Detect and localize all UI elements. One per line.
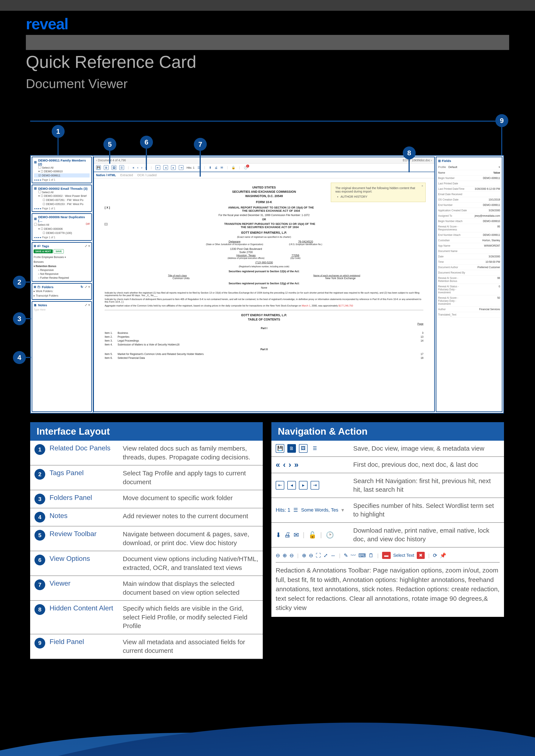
field-row: AuthorFinancial Services — [438, 307, 500, 312]
lock-icon[interactable]: 🔓 — [232, 166, 235, 169]
first-doc-button[interactable]: « — [133, 166, 134, 169]
tab-extracted[interactable]: Extracted — [120, 173, 136, 177]
image-view-icon[interactable]: 🖼 — [112, 165, 116, 170]
email-icon: ✉ — [294, 531, 299, 539]
threads-panel: ⊞DEMO-000002 Email Threads (3) Select Al… — [32, 184, 92, 212]
field-row: End NumberDEMO-009911 — [438, 203, 500, 208]
footer-waves — [0, 644, 535, 756]
brand-logo: reveal — [26, 15, 509, 33]
marker-6: 6 — [140, 136, 153, 149]
legend-desc: Main window that displays the selected d… — [123, 579, 259, 597]
select-all-checkbox[interactable]: Select All — [34, 222, 49, 227]
legend-num: 4 — [35, 512, 45, 522]
tree-item[interactable]: ☐ DEMO-007261 : FW: West Po — [34, 198, 90, 202]
center-pane: ‹ Document 4 of 4,796 EOTT 10k99dist.doc… — [93, 156, 435, 412]
col-header: Navigation & Action — [271, 422, 504, 441]
dupes-panel: ⊞DEMO-000006 Near Duplicates (… Select A… — [32, 213, 92, 241]
tree-item[interactable]: ▾ ☐ DEMO-000002 : West Power Brief — [34, 194, 90, 198]
field-row: Reveal AI Score - Fiduciary Duty - Inves… — [438, 295, 500, 307]
field-row: Reveal AI Score - Retention Bonus98 — [438, 275, 500, 284]
select-all-checkbox[interactable]: Select All — [34, 190, 53, 194]
hits-label: Hits: 1 — [276, 507, 290, 513]
last-icon: » — [294, 460, 298, 469]
notes-input[interactable]: Type Here — [34, 307, 90, 311]
field-row: Begin NumberDEMO-009911 — [438, 176, 500, 181]
next-hit-icon[interactable]: ▸ — [171, 165, 176, 170]
document-viewer[interactable]: × The original document had the followin… — [94, 178, 434, 411]
legend-title: Related Doc Panels — [49, 444, 119, 452]
print-icon[interactable]: 🖨 — [214, 166, 217, 169]
field-row: App NameWINWORD97 — [438, 243, 500, 249]
tag-option[interactable]: ○ Further Review Required — [34, 276, 90, 280]
metadata-view-icon[interactable]: ☰ — [119, 165, 124, 170]
field-row: Application Created Date3/28/2000 — [438, 208, 500, 213]
download-icon[interactable]: ⬇ — [209, 166, 211, 169]
save-icon[interactable]: 💾 — [96, 165, 101, 170]
pager[interactable]: ◂ ◂ ▸ ▸ Page 1 of 1 — [34, 235, 90, 239]
legend-row: 8Hidden Content AlertSpecify which field… — [30, 601, 263, 634]
best-fit-icon: ⤢ — [324, 552, 328, 559]
legend-title: Folders Panel — [49, 494, 119, 502]
legend-num: 3 — [35, 494, 45, 504]
tree-item[interactable]: ☐ DEMO-035153 : FW: West Po — [34, 202, 90, 206]
prev-doc-button[interactable]: ‹ — [137, 166, 138, 169]
nav-row: 💾 🗎 🖼 ☰ Save, Doc view, image view, & me… — [271, 441, 504, 457]
field-row: Reveal AI Score - Responsiveness95 — [438, 224, 500, 233]
folder-item[interactable]: ▸ Transcript Folders — [34, 294, 90, 298]
tag-option[interactable]: ○ Not Responsive — [34, 272, 90, 276]
page-fwd-icon: ⊕ — [283, 552, 287, 559]
tab-ocr[interactable]: OCR / Loaded — [137, 173, 160, 177]
zoom-out-icon: ⊖ — [309, 552, 313, 559]
lock-icon: 🔓 — [308, 531, 316, 539]
history-icon[interactable]: 🕑1 — [244, 166, 247, 169]
folder-item[interactable]: ▸ Work Folders: — [34, 289, 90, 294]
close-icon[interactable]: × — [421, 184, 423, 188]
legend-row: 3Folders PanelMove document to specific … — [30, 490, 263, 508]
field-profile-select[interactable]: Default — [448, 165, 457, 169]
pager[interactable]: ◂ ◂ ▸ ▸ Page 1 of 1 — [34, 178, 90, 182]
page-title: Quick Reference Card — [26, 52, 509, 72]
redact-icon: ▬ — [382, 552, 391, 559]
legend-row: 4NotesAdd reviewer notes to the current … — [30, 508, 263, 526]
first-hit-icon: ⇤ — [276, 481, 284, 490]
view-tabs: Native / HTML Extracted OCR / Loaded — [94, 172, 434, 178]
tree-item[interactable]: ▾ ☐ DEMO-000006 — [34, 227, 90, 231]
field-row: End Number AttachDEMO-009911 — [438, 233, 500, 238]
pager[interactable]: ◂ ◂ ▸ ▸ Page 1 of 1 — [34, 206, 90, 210]
marker-1: 1 — [52, 125, 65, 138]
hits-label: Hits: 1 — [186, 166, 194, 169]
save-button[interactable]: SAVE — [54, 249, 64, 254]
text-anno-icon: ⌨ — [358, 552, 366, 559]
first-hit-icon[interactable]: ⇤ — [155, 165, 160, 170]
field-row: Document AuthorPreferred Customer — [438, 265, 500, 270]
tree-item[interactable]: ▾ ☐ DEMO-009910 — [34, 169, 90, 173]
field-row: Email Date Received — [438, 192, 500, 197]
last-hit-icon[interactable]: ⇥ — [179, 165, 183, 170]
tag-option[interactable]: ○ Responsive — [34, 268, 90, 272]
field-row: Document Name — [438, 249, 500, 254]
legend-desc: Move document to specific work folder — [123, 494, 259, 502]
prev-hit-icon[interactable]: ◂ — [163, 165, 168, 170]
tree-item[interactable]: ☑ DEMO-009911 — [34, 173, 90, 178]
next-doc-button[interactable]: › — [141, 166, 142, 169]
history-icon: 🕑 — [326, 531, 334, 539]
hidden-content-alert: × The original document had the followin… — [331, 182, 426, 202]
tags-panel: ⊕ 🏷Tags⤢ ▾ SAVE & NEXT SAVE Profile Empl… — [32, 242, 92, 282]
tab-native[interactable]: Native / HTML — [96, 173, 120, 177]
highlight-icon: ✎ — [344, 552, 348, 559]
legend-row: 6View OptionsDocument view options inclu… — [30, 551, 263, 576]
email-icon[interactable]: ✉ — [220, 166, 223, 169]
marker-9: 9 — [495, 114, 508, 127]
legend-title: Notes — [49, 512, 119, 520]
diff-link[interactable]: Diff — [86, 222, 90, 227]
review-toolbar: 💾 🗎 🖼 ☰ | « ‹ › » | ⇤ ◂ ▸ ⇥ Hits: 1 ☰ | … — [94, 163, 434, 172]
tree-item[interactable]: ☐ DEMO-019778 (100) — [34, 231, 90, 235]
field-row: Begin Number AttachDEMO-009910 — [438, 219, 500, 224]
wordlist-text: Some Words, Tes — [301, 507, 338, 513]
save-next-button[interactable]: SAVE & NEXT — [34, 249, 53, 253]
nav-row: ⇤ ◂ ▸ ⇥ Search Hit Navigation: first hit… — [271, 473, 504, 498]
select-all-checkbox[interactable]: Select All — [34, 166, 53, 170]
doc-view-icon[interactable]: 🗎 — [104, 165, 109, 170]
profile-select[interactable]: Employee Bonuses — [42, 256, 64, 259]
nav-row: «‹›» First doc, previous doc, next doc, … — [271, 457, 504, 473]
